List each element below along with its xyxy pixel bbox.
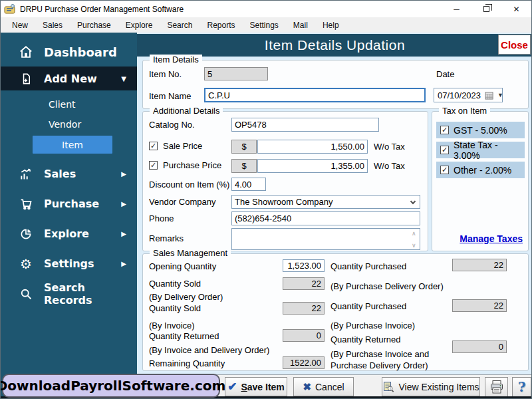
tax-row-state-tax[interactable]: ✓ State Tax - 3.00%: [436, 142, 525, 158]
menu-item-explore[interactable]: Explore: [118, 19, 160, 32]
menu-item-new[interactable]: New: [5, 19, 35, 32]
sidebar: Dashboard Add New ▼ Client Vendor Item S…: [1, 33, 137, 399]
item-name-label: Item Name: [149, 91, 192, 101]
qty-sold-inv-label: Quantity Sold: [149, 303, 201, 313]
catalog-no-field[interactable]: [231, 118, 379, 132]
vendor-company-value: The Showroom Company: [235, 197, 332, 207]
tax-row-other[interactable]: ✓ Other - 2.00%: [436, 162, 525, 178]
other-tax-checkbox[interactable]: ✓: [440, 166, 449, 174]
scroll-down-icon[interactable]: ∨: [412, 242, 416, 249]
menu-item-reports[interactable]: Reports: [200, 19, 242, 32]
help-button[interactable]: ?: [512, 377, 531, 397]
manage-taxes-link[interactable]: Manage Taxes: [460, 233, 523, 244]
menu-item-purchase[interactable]: Purchase: [70, 19, 118, 32]
sale-price-label: Sale Price: [163, 141, 202, 151]
close-window-button[interactable]: ✕: [501, 1, 531, 17]
vendor-company-label: Vendor Company: [149, 197, 215, 207]
currency-symbol: $: [241, 161, 246, 171]
sidebar-item-explore[interactable]: Explore ▶: [1, 219, 137, 249]
print-button[interactable]: [485, 377, 508, 397]
app-icon: [4, 4, 16, 15]
remaining-quantity-label: Remaining Quantity: [149, 358, 225, 368]
chevron-right-icon: ▶: [121, 260, 126, 267]
sidebar-item-label: Add New: [44, 72, 97, 85]
qty-sold-do-label: Quantity Sold: [149, 279, 201, 289]
sidebar-subitem-item[interactable]: Item: [33, 136, 112, 154]
remarks-field[interactable]: [231, 228, 420, 250]
sales-management-group: Sales Management Opening Quantity Quanti…: [142, 253, 529, 371]
state-tax-checkbox[interactable]: ✓: [440, 146, 449, 154]
chevron-right-icon: ▶: [121, 200, 126, 207]
save-item-button[interactable]: ✔ Save Item: [225, 377, 287, 396]
menu-item-mail[interactable]: Mail: [286, 19, 315, 32]
sidebar-item-search-records[interactable]: Search Records: [1, 279, 137, 309]
scroll-up-icon[interactable]: ∧: [412, 230, 416, 237]
sale-price-checkbox[interactable]: ✓: [149, 142, 158, 150]
tax-legend: Tax on Item: [439, 106, 490, 116]
form-header: Item Details Updation: [137, 34, 532, 57]
chevron-down-icon: ▼: [121, 75, 126, 82]
qty-purchased-inv-field: [452, 299, 507, 312]
help-icon: ?: [518, 379, 526, 395]
item-no-label: Item No.: [149, 69, 182, 79]
sidebar-item-label: Sales: [44, 168, 76, 180]
remaining-quantity-field: [283, 356, 325, 369]
opening-quantity-label: Opening Quantity: [149, 261, 216, 271]
qty-returned-purchase-sub-label: (By Purchase Invoice and Purchase Delive…: [331, 348, 447, 371]
qty-sold-do-sub-label: (By Delivery Order): [149, 292, 223, 302]
phone-field[interactable]: [231, 211, 420, 225]
purchase-price-checkbox[interactable]: ✓: [149, 161, 158, 170]
printer-icon: [489, 379, 505, 395]
watermark-text: DownloadPayrollSoftware.com: [0, 378, 225, 394]
title-bar: DRPU Purchase Order Management Software …: [1, 1, 531, 17]
date-dropdown-arrow-icon[interactable]: ▼: [497, 92, 503, 98]
sidebar-item-purchase[interactable]: Purchase ▶: [1, 189, 137, 219]
menu-item-sales[interactable]: Sales: [35, 19, 70, 32]
menu-item-help[interactable]: Help: [315, 19, 346, 32]
sidebar-subitem-client[interactable]: Client: [1, 96, 137, 113]
date-value: 07/10/2023: [438, 90, 481, 100]
additional-details-group: Additional Details Catalog No. ✓ Sale Pr…: [142, 111, 428, 251]
watermark-badge: DownloadPayrollSoftware.com: [2, 374, 220, 398]
phone-label: Phone: [149, 213, 174, 223]
sidebar-item-dashboard[interactable]: Dashboard: [1, 39, 137, 65]
close-button[interactable]: Close: [498, 35, 531, 55]
menu-item-settings[interactable]: Settings: [243, 19, 286, 32]
sidebar-item-sales[interactable]: Sales ▶: [1, 159, 137, 189]
sales-management-legend: Sales Management: [150, 248, 231, 258]
tax-label: GST - 5.00%: [454, 125, 507, 136]
date-picker[interactable]: 07/10/2023 ▼: [434, 88, 503, 102]
gst-checkbox[interactable]: ✓: [440, 126, 449, 134]
minimize-button[interactable]: ─: [442, 1, 471, 17]
cancel-button[interactable]: ✖ Cancel: [293, 377, 354, 396]
sidebar-item-add-new[interactable]: Add New ▼: [1, 66, 137, 90]
qty-sold-inv-field: [283, 302, 325, 315]
sale-price-field[interactable]: [257, 140, 368, 154]
qty-sold-inv-sub-label: (By Invoice): [149, 321, 195, 331]
vendor-company-select[interactable]: The Showroom Company: [231, 195, 420, 209]
sidebar-subitem-vendor[interactable]: Vendor: [1, 116, 137, 133]
page-title: Item Details Updation: [265, 37, 405, 53]
discount-label: Discount on Item (%): [149, 180, 229, 190]
qty-purchased-do-sub-label: (By Purchase Delivery Order): [331, 281, 444, 291]
sidebar-item-settings[interactable]: ⚙ Settings ▶: [1, 249, 137, 279]
qty-purchased-do-label: Quantity Purchased: [331, 261, 406, 271]
tax-on-item-group: Tax on Item ✓ GST - 5.00% ✓ State Tax - …: [432, 111, 529, 251]
restore-button[interactable]: [471, 1, 501, 17]
subitem-label: Item: [62, 140, 83, 150]
purchase-price-field[interactable]: [257, 159, 368, 173]
tax-row-gst[interactable]: ✓ GST - 5.00%: [436, 122, 525, 138]
view-existing-items-button[interactable]: View Existing Items: [382, 377, 480, 396]
item-name-field[interactable]: [204, 88, 426, 102]
document-plus-icon: [18, 72, 34, 85]
sidebar-item-label: Purchase: [44, 198, 99, 210]
qty-returned-label: Quantity Returned: [149, 331, 219, 341]
discount-field[interactable]: [231, 178, 266, 191]
chevron-right-icon: ▶: [121, 170, 126, 178]
view-existing-items-label: View Existing Items: [398, 382, 479, 392]
opening-quantity-field[interactable]: [283, 259, 325, 272]
window-title: DRPU Purchase Order Management Software: [20, 5, 184, 14]
menu-item-search[interactable]: Search: [160, 19, 200, 32]
sale-wo-tax-label: W/o Tax: [374, 142, 405, 152]
additional-details-legend: Additional Details: [150, 106, 223, 116]
